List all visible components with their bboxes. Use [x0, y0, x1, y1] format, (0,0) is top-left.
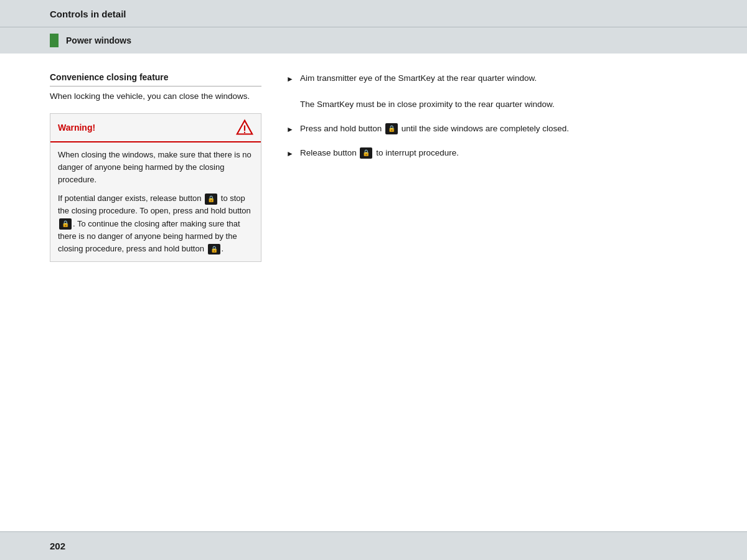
- footer-bar: 202: [0, 531, 747, 560]
- warning-p2-suffix: .: [222, 244, 224, 253]
- warning-label: Warning!: [58, 123, 95, 133]
- bullet-arrow-2: ►: [286, 124, 294, 136]
- warning-p2-text1: If potential danger exists, release butt…: [58, 194, 204, 203]
- lock-icon-3: 🔒: [208, 244, 220, 255]
- bullet-list: ► Aim transmitter eye of the SmartKey at…: [286, 72, 697, 160]
- left-column: Convenience closing feature When locking…: [50, 72, 261, 513]
- warning-triangle-icon: [236, 119, 253, 136]
- header-bar: Controls in detail: [0, 0, 747, 27]
- bullet-2-post: until the side windows are completely cl…: [399, 124, 569, 133]
- warning-body: When closing the windows, make sure that…: [50, 142, 261, 261]
- bullet-arrow-1: ►: [286, 73, 294, 85]
- bullet-text-1: Aim transmitter eye of the SmartKey at t…: [300, 72, 697, 111]
- bullet-text-3: Release button 🔒 to interrupt procedure.: [300, 147, 697, 160]
- section-bar: Power windows: [0, 27, 747, 54]
- bullet-2-pre: Press and hold button: [300, 124, 384, 133]
- page-wrapper: Controls in detail Power windows Conveni…: [0, 0, 747, 560]
- warning-p1: When closing the windows, make sure that…: [58, 149, 253, 186]
- warning-p2: If potential danger exists, release butt…: [58, 192, 253, 255]
- warning-box: Warning! When closing the windows, make …: [50, 113, 261, 262]
- bullet-3-pre: Release button: [300, 148, 359, 157]
- bullet-arrow-3: ►: [286, 148, 294, 160]
- lock-icon-5: 🔒: [360, 147, 372, 159]
- svg-point-2: [244, 132, 245, 133]
- bullet-text-2: Press and hold button 🔒 until the side w…: [300, 123, 697, 136]
- lock-icon-2: 🔒: [59, 218, 72, 230]
- section-green-indicator: [50, 34, 59, 47]
- bullet-item-2: ► Press and hold button 🔒 until the side…: [286, 123, 697, 136]
- lock-icon-4: 🔒: [385, 123, 398, 134]
- right-column: ► Aim transmitter eye of the SmartKey at…: [286, 72, 697, 513]
- content-area: Convenience closing feature When locking…: [0, 54, 747, 531]
- bullet-3-post: to interrupt procedure.: [374, 148, 459, 157]
- feature-title: Convenience closing feature: [50, 72, 261, 86]
- header-title: Controls in detail: [50, 9, 126, 19]
- bullet-item-3: ► Release button 🔒 to interrupt procedur…: [286, 147, 697, 160]
- bullet-1-line2: The SmartKey must be in close proximity …: [300, 100, 555, 109]
- bullet-1-line1: Aim transmitter eye of the SmartKey at t…: [300, 73, 537, 83]
- bullet-item-1: ► Aim transmitter eye of the SmartKey at…: [286, 72, 697, 111]
- intro-text: When locking the vehicle, you can close …: [50, 90, 261, 103]
- page-number: 202: [50, 541, 65, 551]
- section-title: Power windows: [66, 35, 131, 45]
- lock-icon-1: 🔒: [205, 194, 217, 205]
- warning-header: Warning!: [50, 114, 261, 142]
